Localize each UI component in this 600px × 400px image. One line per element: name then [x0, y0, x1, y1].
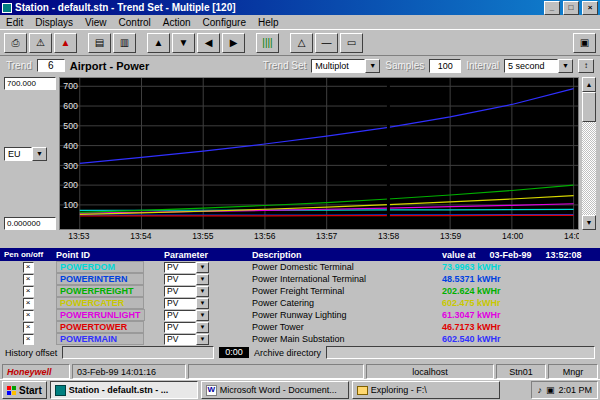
- samples-field[interactable]: 100: [429, 59, 461, 73]
- trend-colors-button[interactable]: ||||: [256, 33, 279, 53]
- point-value: 48.5371 kWHr: [442, 273, 600, 285]
- volume-icon[interactable]: ♪: [537, 385, 542, 395]
- scrollbar-track[interactable]: [582, 92, 596, 215]
- minimize-button[interactable]: _: [544, 1, 560, 15]
- pen-on-off-checkbox[interactable]: ×: [23, 262, 34, 273]
- col-point-id: Point ID: [56, 250, 164, 260]
- trend-plot-canvas[interactable]: 100200300400500600700: [60, 78, 578, 229]
- chevron-down-icon[interactable]: ▼: [196, 298, 209, 309]
- history-offset-field[interactable]: [62, 346, 214, 359]
- system-status-button[interactable]: ▥: [113, 33, 136, 53]
- brand-label: Honeywell: [2, 364, 70, 379]
- interval-value: 5 second: [504, 59, 558, 73]
- next-display-button[interactable]: ▶: [222, 33, 245, 53]
- archive-directory-field[interactable]: [326, 346, 595, 359]
- print-button[interactable]: ⎙: [4, 33, 27, 53]
- toolbar-separator: [281, 34, 288, 52]
- marker-up-button[interactable]: △: [290, 33, 313, 53]
- maximize-button[interactable]: □: [563, 1, 579, 15]
- scroll-up-icon[interactable]: ▲: [582, 77, 596, 92]
- chevron-down-icon[interactable]: ▼: [365, 59, 380, 73]
- chart-region: 700.000 EU ▼ 0.000000 100200300400500600…: [0, 75, 600, 243]
- parameter-select[interactable]: PV ▼: [164, 298, 209, 309]
- alarm-ack-button[interactable]: ▲: [54, 33, 77, 53]
- chevron-down-icon[interactable]: ▼: [196, 334, 209, 345]
- chevron-down-icon[interactable]: ▼: [196, 286, 209, 297]
- svg-text:200: 200: [63, 180, 78, 190]
- menu-view[interactable]: View: [85, 17, 107, 28]
- task-button-explorer[interactable]: Exploring - F:\: [352, 381, 500, 399]
- page-up-button[interactable]: ▲: [147, 33, 170, 53]
- window-title: Station - default.stn - Trend Set - Mult…: [15, 2, 541, 13]
- chevron-down-icon[interactable]: ▼: [196, 262, 209, 273]
- chevron-down-icon[interactable]: ▼: [196, 274, 209, 285]
- value-at-time: 13:52:08: [546, 250, 582, 260]
- svg-text:600: 600: [63, 101, 78, 111]
- pen-on-off-checkbox[interactable]: ×: [23, 274, 34, 285]
- y-axis-panel: 700.000 EU ▼ 0.000000: [4, 77, 56, 243]
- eu-select[interactable]: EU ▼: [4, 147, 56, 161]
- pen-on-off-checkbox[interactable]: ×: [23, 310, 34, 321]
- task-button-station[interactable]: Station - default.stn - ...: [50, 381, 198, 399]
- parameter-select[interactable]: PV ▼: [164, 262, 209, 273]
- interval-select[interactable]: 5 second ▼: [504, 59, 573, 73]
- marker-line-button[interactable]: —: [315, 33, 338, 53]
- scroll-down-icon[interactable]: ▼: [582, 215, 596, 230]
- pen-row: × POWERCATER PV ▼ Power Catering 602.475…: [0, 297, 600, 309]
- trend-set-select[interactable]: Multiplot ▼: [311, 59, 380, 73]
- chevron-down-icon[interactable]: ▼: [558, 59, 573, 73]
- plot-column: 100200300400500600700 13:5313:5413:5513:…: [59, 77, 579, 243]
- parameter-select[interactable]: PV ▼: [164, 322, 209, 333]
- trend-header: Trend 6 Airport - Power Trend Set Multip…: [0, 56, 600, 75]
- trend-number-field[interactable]: 6: [37, 59, 65, 72]
- display-icon[interactable]: ▣: [546, 385, 555, 395]
- page-down-button[interactable]: ▼: [172, 33, 195, 53]
- history-offset-label: History offset: [5, 348, 57, 358]
- menu-control[interactable]: Control: [119, 17, 151, 28]
- chevron-down-icon[interactable]: ▼: [196, 310, 209, 321]
- archive-directory-label: Archive directory: [254, 348, 321, 358]
- chart-scrollbar[interactable]: ▲ ▼: [582, 77, 596, 230]
- menu-help[interactable]: Help: [258, 17, 279, 28]
- marker-box-button[interactable]: ▭: [340, 33, 363, 53]
- time-tick-label: 13:59: [440, 231, 461, 241]
- chevron-down-icon[interactable]: ▼: [196, 322, 209, 333]
- point-description: Power Tower: [252, 321, 442, 333]
- parameter-select[interactable]: PV ▼: [164, 286, 209, 297]
- y-axis-max-field[interactable]: 700.000: [4, 77, 56, 90]
- task-button-word[interactable]: WMicrosoft Word - Document...: [201, 381, 349, 399]
- point-description: Power Main Substation: [252, 333, 442, 345]
- prev-display-button[interactable]: ◀: [197, 33, 220, 53]
- time-tick-label: 14:00: [502, 231, 523, 241]
- pen-on-off-checkbox[interactable]: ×: [23, 322, 34, 333]
- start-button[interactable]: Start: [2, 381, 47, 399]
- parameter-select[interactable]: PV ▼: [164, 274, 209, 285]
- menu-configure[interactable]: Configure: [203, 17, 246, 28]
- y-axis-min-field[interactable]: 0.000000: [4, 217, 56, 230]
- close-button[interactable]: ×: [582, 1, 598, 15]
- pen-on-off-checkbox[interactable]: ×: [23, 286, 34, 297]
- point-description: Power Domestic Terminal: [252, 261, 442, 273]
- trend-options-button[interactable]: ↕: [578, 59, 594, 73]
- menu-edit[interactable]: Edit: [6, 17, 23, 28]
- parameter-select[interactable]: PV ▼: [164, 310, 209, 321]
- scrollbar-thumb[interactable]: [582, 92, 596, 122]
- trend-plot[interactable]: 100200300400500600700: [59, 77, 579, 230]
- menu-displays[interactable]: Displays: [35, 17, 73, 28]
- parameter-select[interactable]: PV ▼: [164, 334, 209, 345]
- col-pen-on-off: Pen on/off: [0, 250, 56, 259]
- chevron-down-icon[interactable]: ▼: [32, 147, 47, 161]
- parameter-value: PV: [164, 298, 196, 309]
- pen-on-off-checkbox[interactable]: ×: [23, 298, 34, 309]
- samples-label: Samples: [385, 60, 424, 71]
- pen-row: × POWERDOM PV ▼ Power Domestic Terminal …: [0, 261, 600, 273]
- message-summary-button[interactable]: ▤: [88, 33, 111, 53]
- menu-action[interactable]: Action: [163, 17, 191, 28]
- pen-on-off-checkbox[interactable]: ×: [23, 334, 34, 345]
- alarm-bell-button[interactable]: ⚠: [29, 33, 52, 53]
- new-window-button[interactable]: ▣: [573, 33, 596, 53]
- word-icon: W: [206, 385, 217, 396]
- explorer-icon: [357, 386, 368, 395]
- svg-text:300: 300: [63, 161, 78, 171]
- time-tick-label: 13:54: [130, 231, 151, 241]
